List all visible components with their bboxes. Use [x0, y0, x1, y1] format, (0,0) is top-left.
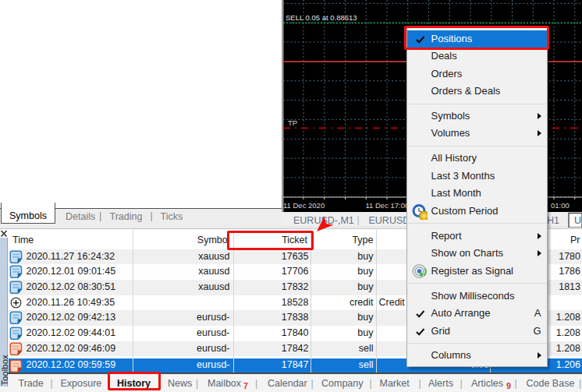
svg-text:|: |: [357, 214, 360, 225]
svg-text:EURUSD: EURUSD: [369, 215, 410, 226]
svg-text:11 Dec 2020: 11 Dec 2020: [283, 201, 325, 210]
svg-text:01:00: 01:00: [551, 201, 570, 210]
svg-text:TP: TP: [288, 118, 297, 127]
svg-text:11 Dec 17:00: 11 Dec 17:00: [366, 201, 410, 210]
svg-text:H1: H1: [547, 215, 559, 226]
svg-text:SELL 0.05 at 0.88613: SELL 0.05 at 0.88613: [286, 13, 357, 22]
svg-text:U: U: [574, 215, 581, 226]
